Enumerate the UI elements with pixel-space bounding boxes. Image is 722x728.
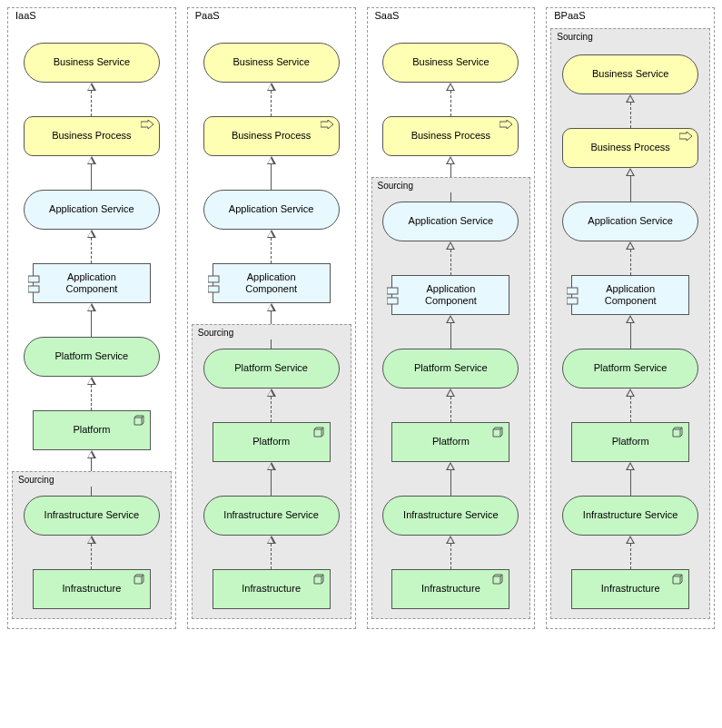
node-label: Platform xyxy=(432,436,470,448)
realization-arrow xyxy=(446,389,455,422)
node-label: Application Service xyxy=(229,203,314,215)
infrastructure-node: Infrastructure xyxy=(391,569,509,609)
business-service-node: Business Service xyxy=(562,54,698,94)
realization-arrow xyxy=(626,94,635,128)
realization-arrow xyxy=(626,241,635,275)
serving-arrow xyxy=(446,462,455,496)
platform-node: Platform xyxy=(213,422,331,462)
realization-arrow xyxy=(267,536,276,569)
node-label: Platform Service xyxy=(414,362,488,374)
node-label: Application Service xyxy=(588,215,673,227)
stack-saas: Business Service Business Process Sourci… xyxy=(373,23,529,619)
node-label: Business Process xyxy=(411,130,490,142)
serving-arrow xyxy=(87,450,96,471)
infrastructure-service-node: Infrastructure Service xyxy=(382,496,519,536)
node-label: Application Component xyxy=(245,271,297,295)
application-service-node: Application Service xyxy=(562,202,698,241)
node-label: Application Component xyxy=(425,283,477,307)
realization-arrow xyxy=(626,536,635,569)
stack-iaas: Business Service Business Process Applic… xyxy=(14,23,170,619)
realization-arrow xyxy=(87,536,96,569)
svg-rect-7 xyxy=(567,298,578,304)
column-title: BPaaS xyxy=(552,10,587,21)
stack-paas: Business Service Business Process Applic… xyxy=(193,23,350,619)
business-service-node: Business Service xyxy=(382,43,519,83)
node-label: Business Service xyxy=(592,68,668,80)
node-label: Infrastructure xyxy=(421,583,480,595)
node-label: Business Process xyxy=(590,142,669,153)
column-saas: SaaS Business Service Business Process S… xyxy=(367,7,536,629)
process-arrow-icon xyxy=(141,120,153,129)
column-paas: PaaS Business Service Business Process A… xyxy=(187,7,356,629)
cube-icon xyxy=(491,574,503,585)
realization-arrow xyxy=(446,241,455,275)
node-label: Platform xyxy=(612,436,649,448)
svg-rect-4 xyxy=(387,288,398,294)
column-title: PaaS xyxy=(193,10,222,21)
business-process-node: Business Process xyxy=(382,116,519,156)
sourcing-label: Sourcing xyxy=(378,181,413,191)
infrastructure-node: Infrastructure xyxy=(571,569,689,609)
serving-arrow xyxy=(267,156,276,190)
node-label: Application Service xyxy=(409,215,494,227)
node-label: Platform Service xyxy=(55,350,129,362)
column-bpaas: BPaaS Sourcing Business Service Business… xyxy=(546,7,715,629)
serving-arrow xyxy=(267,462,276,496)
business-process-node: Business Process xyxy=(562,128,698,168)
platform-service-node: Platform Service xyxy=(382,349,519,389)
cube-icon xyxy=(671,574,683,585)
node-label: Infrastructure xyxy=(62,583,121,595)
node-label: Application Service xyxy=(49,203,134,215)
infrastructure-node: Infrastructure xyxy=(33,569,151,609)
node-label: Platform Service xyxy=(594,362,668,374)
process-arrow-icon xyxy=(679,132,692,141)
process-arrow-icon xyxy=(321,120,333,129)
serving-arrow xyxy=(626,315,635,349)
node-label: Business Process xyxy=(232,130,311,142)
node-label: Platform Service xyxy=(234,362,308,374)
serving-arrow xyxy=(446,156,455,177)
column-title: IaaS xyxy=(14,10,38,21)
business-service-node: Business Service xyxy=(24,43,160,83)
realization-arrow xyxy=(87,377,96,410)
node-label: Business Service xyxy=(54,56,130,68)
column-title: SaaS xyxy=(373,10,401,21)
node-label: Platform xyxy=(73,424,110,436)
node-label: Infrastructure Service xyxy=(403,509,499,521)
infrastructure-service-node: Infrastructure Service xyxy=(562,496,698,536)
node-label: Infrastructure Service xyxy=(45,509,140,521)
serving-arrow xyxy=(267,303,276,324)
infrastructure-service-node: Infrastructure Service xyxy=(203,496,340,536)
platform-node: Platform xyxy=(571,422,689,462)
serving-arrow xyxy=(446,315,455,349)
sourcing-group-iaas: Sourcing Infrastructure Service Infrastr… xyxy=(12,471,172,619)
platform-node: Platform xyxy=(33,410,151,450)
stack-bpaas: Sourcing Business Service Business Proce… xyxy=(552,23,708,619)
business-process-node: Business Process xyxy=(203,116,340,156)
realization-arrow xyxy=(267,389,276,422)
sourcing-group-bpaas: Sourcing Business Service Business Proce… xyxy=(550,28,710,619)
node-label: Business Process xyxy=(52,130,131,142)
realization-arrow xyxy=(87,230,96,263)
cube-icon xyxy=(133,415,144,427)
column-iaas: IaaS Business Service Business Process A… xyxy=(7,7,176,629)
node-label: Application Component xyxy=(65,271,117,295)
svg-rect-5 xyxy=(387,298,398,304)
svg-rect-6 xyxy=(567,288,578,294)
svg-rect-0 xyxy=(28,276,39,282)
application-component-node: Application Component xyxy=(213,263,331,303)
sourcing-label: Sourcing xyxy=(557,32,592,42)
platform-node: Platform xyxy=(391,422,509,462)
node-label: Infrastructure Service xyxy=(223,509,319,521)
realization-arrow xyxy=(87,83,96,116)
infrastructure-service-node: Infrastructure Service xyxy=(24,496,160,536)
node-label: Infrastructure xyxy=(601,583,660,595)
application-service-node: Application Service xyxy=(203,190,340,230)
infrastructure-node: Infrastructure xyxy=(213,569,331,609)
svg-rect-1 xyxy=(28,286,39,292)
component-icon xyxy=(208,273,221,295)
serving-arrow xyxy=(626,462,635,496)
cube-icon xyxy=(312,574,324,585)
sourcing-label: Sourcing xyxy=(198,328,233,338)
platform-service-node: Platform Service xyxy=(203,349,340,389)
